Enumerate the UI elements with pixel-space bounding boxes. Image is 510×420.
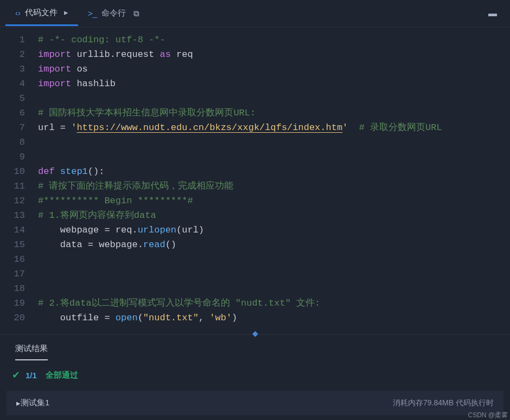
code-editor[interactable]: 1234567891011121314151617181920 # -*- co…: [0, 27, 510, 329]
tab-bar: ‹› 代码文件 ▸ >_ 命令行 ⧉ ▬: [0, 0, 510, 27]
line-number: 4: [0, 76, 34, 91]
watermark: CSDN @柔雾: [468, 411, 508, 420]
line-number: 17: [0, 267, 34, 281]
code-icon: ‹›: [15, 8, 21, 17]
results-summary: ✔ 1/1 全部通过: [0, 360, 510, 381]
line-number: 15: [0, 237, 34, 252]
line-number: 2: [0, 47, 34, 62]
tab-label: 代码文件: [25, 8, 58, 18]
line-number: 18: [0, 281, 34, 296]
line-number: 3: [0, 62, 34, 76]
line-number: 19: [0, 296, 34, 311]
chevron-right-icon: ▸: [16, 398, 21, 408]
tab-label: 命令行: [101, 8, 126, 18]
line-number: 1: [0, 33, 34, 47]
folder-icon[interactable]: ▬: [481, 4, 505, 23]
line-number: 7: [0, 120, 34, 135]
line-number: 10: [0, 164, 34, 179]
line-number: 20: [0, 311, 34, 325]
check-icon: ✔: [12, 369, 20, 381]
chevron-right-icon: ▸: [64, 8, 68, 17]
tab-code-file[interactable]: ‹› 代码文件 ▸: [5, 1, 78, 26]
line-number: 16: [0, 252, 34, 267]
line-number: 8: [0, 135, 34, 150]
line-gutter: 1234567891011121314151617181920: [0, 27, 34, 329]
tab-terminal[interactable]: >_ 命令行 ⧉: [78, 2, 149, 25]
results-panel: 测试结果 ✔ 1/1 全部通过 ▸ 测试集1 消耗内存79.84MB 代码执行时: [0, 334, 510, 420]
panel-resize-handle[interactable]: ◆: [252, 329, 258, 338]
line-number: 6: [0, 106, 34, 120]
line-number: 5: [0, 91, 34, 106]
terminal-icon: >_: [88, 9, 97, 18]
results-tab[interactable]: 测试结果: [15, 344, 48, 360]
test-set-row[interactable]: ▸ 测试集1 消耗内存79.84MB 代码执行时: [7, 391, 503, 415]
line-number: 11: [0, 179, 34, 193]
line-number: 9: [0, 150, 34, 164]
pass-label: 全部通过: [46, 370, 78, 380]
pass-count: 1/1: [25, 371, 37, 380]
code-content[interactable]: # -*- coding: utf-8 -*- import urllib.re…: [34, 27, 510, 329]
line-number: 12: [0, 193, 34, 208]
test-set-status: 消耗内存79.84MB 代码执行时: [393, 398, 494, 408]
line-number: 14: [0, 223, 34, 237]
test-set-name: 测试集1: [21, 398, 49, 408]
duplicate-icon: ⧉: [133, 9, 139, 18]
line-number: 13: [0, 208, 34, 223]
results-tab-bar: 测试结果: [0, 335, 510, 360]
